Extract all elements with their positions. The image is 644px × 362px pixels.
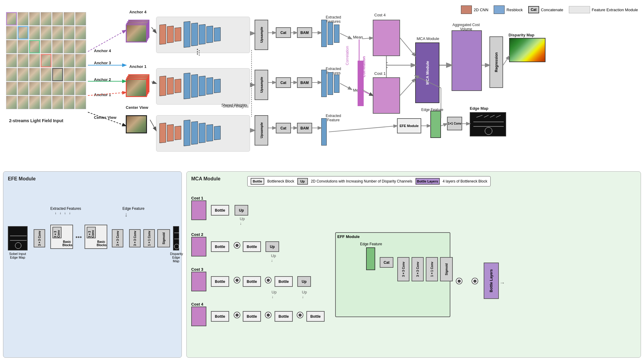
lf-cell xyxy=(52,82,63,95)
cost3-mca-cube xyxy=(191,272,206,291)
cost2-mca-label: Cost 2 xyxy=(191,232,203,237)
disparity-map-image xyxy=(509,38,546,62)
cost4-label: Cost 4 xyxy=(374,13,386,17)
lf-cell xyxy=(18,26,28,39)
lf-cell-image xyxy=(7,13,16,25)
svg-line-4 xyxy=(484,115,489,117)
bottle-cost3c: Bottle xyxy=(275,276,293,287)
anchor4-label: Anchor 4 xyxy=(94,49,111,53)
lf-cell-image xyxy=(75,40,86,53)
blue-res-1 xyxy=(184,21,190,48)
lf-cell xyxy=(18,96,28,109)
blue-res-3 xyxy=(199,24,205,45)
shared-weights-label: Shared Weights xyxy=(221,103,247,107)
bottle-layers-final: Bottle Layers xyxy=(484,263,499,299)
legend-cat: Cat Concatenate xyxy=(528,6,563,13)
lf-cell-image xyxy=(64,26,74,39)
lf-cell xyxy=(41,96,52,109)
up-cost1: Up xyxy=(235,205,248,216)
edge-feature-arrow: ↓ xyxy=(125,211,128,218)
lf-cell-image xyxy=(42,55,51,66)
agg-cost-cube xyxy=(452,30,482,91)
plus-cost3a: ⊕ xyxy=(234,277,240,283)
svg-line-37 xyxy=(400,79,415,96)
anchor1-thumb-1 xyxy=(126,79,147,97)
up-down-arrow3: Up↓ xyxy=(302,290,307,299)
cat-mid: Cat xyxy=(276,77,291,88)
conv3x3-eff2: 3×3 Conv xyxy=(412,257,424,281)
mca-legend-bottleneck-desc: Bottleneck Block xyxy=(267,179,294,183)
lf-cell xyxy=(75,96,86,109)
lf-cell-image xyxy=(41,68,51,81)
eff-module-box: EFF Module Edge Feature Cat 3×3 Conv 3×3… xyxy=(335,232,450,317)
bam-top: BAM xyxy=(297,27,312,38)
svg-point-55 xyxy=(174,244,179,249)
lf-cell-image xyxy=(18,54,28,67)
sobel-image xyxy=(8,226,28,250)
bam-mid: BAM xyxy=(297,77,312,88)
svg-line-6 xyxy=(496,115,501,117)
center-view-left-label: Center View xyxy=(94,115,116,120)
cost4-mca-cube xyxy=(191,307,206,326)
pink-cnn-2 xyxy=(167,26,174,43)
blue-res-4 xyxy=(206,26,213,43)
lf-grid xyxy=(6,12,91,115)
conv1x1-eff: 1×1 Conv xyxy=(426,257,438,281)
bottle-cost3: Bottle xyxy=(211,276,229,287)
lf-cell-image xyxy=(6,54,17,67)
up-down-arrow1: Up↓ xyxy=(240,216,245,226)
cost1-label: Cost 1 xyxy=(374,71,386,76)
lf-cell xyxy=(64,12,75,25)
svg-line-12 xyxy=(152,27,156,33)
lf-cell xyxy=(29,68,40,81)
lf-cell xyxy=(52,40,63,53)
lf-cell xyxy=(29,12,40,25)
lf-cell-image xyxy=(6,96,17,109)
lf-cell-image xyxy=(52,12,63,25)
cat-top: Cat xyxy=(276,27,291,38)
lf-cell xyxy=(18,54,28,67)
lf-cell xyxy=(41,40,52,53)
bam-bot: BAM xyxy=(297,123,312,133)
anchor4-top-label: Anchor 4 xyxy=(126,10,150,14)
lf-cell-image xyxy=(52,40,63,53)
cost3-mca-label: Cost 3 xyxy=(191,267,203,272)
mca-legend-layers-desc: 4 layers of Bottleneck Block xyxy=(443,179,487,183)
lf-cell-image xyxy=(64,82,74,95)
lf-cell-image xyxy=(6,40,17,53)
lf-cell-image xyxy=(41,82,51,95)
lf-cell xyxy=(64,68,75,81)
lf-cell-image xyxy=(53,69,62,80)
plus-cost4a: ⊕ xyxy=(234,312,240,318)
regression-box: Regression xyxy=(489,36,503,88)
upsample-bot: Upsample xyxy=(255,115,268,146)
lf-cell xyxy=(29,82,40,95)
mca-module-title: MCA Module xyxy=(191,176,220,182)
svg-line-3 xyxy=(476,115,482,117)
lf-cell-image xyxy=(18,12,28,25)
efe-extracted-label: Extracted Features xyxy=(50,206,81,211)
feat-col-1 xyxy=(321,20,327,47)
lf-cell-image xyxy=(30,41,39,52)
bottle-cost2b: Bottle xyxy=(243,241,261,252)
anchor4-thumb-group: Anchor 4 xyxy=(126,15,150,47)
legend-2dcnn-label: 2D CNN xyxy=(474,8,488,12)
svg-line-28 xyxy=(340,83,352,89)
plus-cost2a: ⊕ xyxy=(234,242,240,249)
lf-cell-image xyxy=(18,96,28,109)
lf-cell-image xyxy=(75,26,86,39)
lf-cell-image xyxy=(52,54,63,67)
lf-grid-inner xyxy=(6,12,91,109)
lf-cell-image xyxy=(6,26,17,39)
eff-edge-feature-label: Edge Feature xyxy=(360,242,382,246)
lf-cell-image xyxy=(75,68,86,81)
mca-legend-bottle-box: Bottle xyxy=(251,178,264,185)
conv3x3-4: 3×3 Conv xyxy=(129,229,141,247)
lf-cell-image xyxy=(18,68,28,81)
lf-cell-image xyxy=(29,96,40,109)
bottle-cost4: Bottle xyxy=(211,311,229,322)
lf-cell-image xyxy=(29,12,40,25)
efe-module-panel: EFE Module Sobel Input Edge Map 3×3 Conv… xyxy=(3,171,182,358)
lf-cell xyxy=(6,12,17,25)
cat-eff: Cat xyxy=(380,257,393,268)
